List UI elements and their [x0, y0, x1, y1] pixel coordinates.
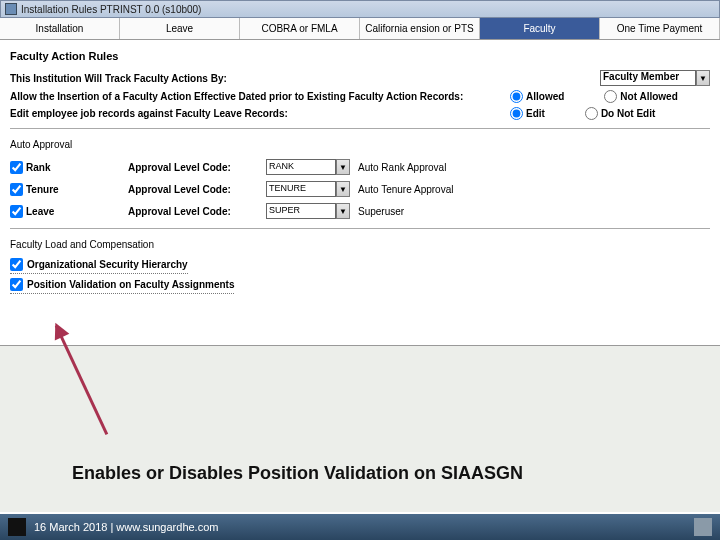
radio-edit-input[interactable] — [510, 107, 523, 120]
position-validation-label: Position Validation on Faculty Assignmen… — [27, 279, 234, 290]
divider — [10, 228, 710, 229]
approval-row-leave: Leave Approval Level Code: SUPER ▼ Super… — [10, 200, 710, 222]
tenure-code-input[interactable]: TENURE — [266, 181, 336, 197]
chevron-down-icon[interactable]: ▼ — [336, 181, 350, 197]
chevron-down-icon[interactable]: ▼ — [336, 159, 350, 175]
tenure-label: Tenure — [26, 184, 59, 195]
auto-approval-title: Auto Approval — [10, 135, 710, 156]
radio-edit-label: Edit — [526, 108, 545, 119]
rank-label: Rank — [26, 162, 50, 173]
chevron-down-icon[interactable]: ▼ — [336, 203, 350, 219]
rank-desc: Auto Rank Approval — [358, 162, 446, 173]
radio-allowed-input[interactable] — [510, 90, 523, 103]
approval-row-tenure: Tenure Approval Level Code: TENURE ▼ Aut… — [10, 178, 710, 200]
tenure-desc: Auto Tenure Approval — [358, 184, 453, 195]
position-validation-checkbox[interactable] — [10, 278, 23, 291]
edit-job-records-label: Edit employee job records against Facult… — [10, 108, 510, 119]
radio-edit[interactable]: Edit — [510, 107, 545, 120]
org-security-checkbox[interactable] — [10, 258, 23, 271]
leave-label: Leave — [26, 206, 54, 217]
radio-do-not-edit-input[interactable] — [585, 107, 598, 120]
radio-do-not-edit-label: Do Not Edit — [601, 108, 655, 119]
rank-code-input[interactable]: RANK — [266, 159, 336, 175]
approval-level-label-0: Approval Level Code: — [128, 162, 258, 173]
tab-cobra-fmla[interactable]: COBRA or FMLA — [240, 18, 360, 39]
org-security-label: Organizational Security Hierarchy — [27, 259, 188, 270]
tab-california-pts[interactable]: California ension or PTS — [360, 18, 480, 39]
leave-checkbox-wrap[interactable]: Leave — [10, 205, 120, 218]
tab-one-time-payment[interactable]: One Time Payment — [600, 18, 720, 39]
divider — [10, 128, 710, 129]
footer-logo-left — [8, 518, 26, 536]
flc-row-org-security: Organizational Security Hierarchy — [10, 256, 188, 274]
footer-bar: 16 March 2018 | www.sungardhe.com — [0, 514, 720, 540]
flc-row-position-validation: Position Validation on Faculty Assignmen… — [10, 276, 234, 294]
rank-checkbox-wrap[interactable]: Rank — [10, 161, 120, 174]
track-actions-select[interactable]: Faculty Member — [600, 70, 696, 86]
tab-strip: Installation Leave COBRA or FMLA Califor… — [0, 18, 720, 40]
chevron-down-icon[interactable]: ▼ — [696, 70, 710, 86]
app-icon — [5, 3, 17, 15]
allow-insertion-label: Allow the Insertion of a Faculty Action … — [10, 91, 510, 102]
radio-allowed-label: Allowed — [526, 91, 564, 102]
radio-not-allowed[interactable]: Not Allowed — [604, 90, 677, 103]
rank-checkbox[interactable] — [10, 161, 23, 174]
radio-allowed[interactable]: Allowed — [510, 90, 564, 103]
edit-job-records-row: Edit employee job records against Facult… — [10, 105, 710, 122]
callout-background — [0, 345, 720, 512]
flc-title: Faculty Load and Compensation — [10, 235, 710, 256]
leave-desc: Superuser — [358, 206, 404, 217]
footer-text: 16 March 2018 | www.sungardhe.com — [34, 521, 686, 533]
leave-checkbox[interactable] — [10, 205, 23, 218]
window-title: Installation Rules PTRINST 0.0 (s10b00) — [21, 4, 201, 15]
radio-not-allowed-input[interactable] — [604, 90, 617, 103]
leave-code-input[interactable]: SUPER — [266, 203, 336, 219]
tenure-checkbox-wrap[interactable]: Tenure — [10, 183, 120, 196]
callout-text: Enables or Disables Position Validation … — [72, 463, 523, 484]
approval-level-label-1: Approval Level Code: — [128, 184, 258, 195]
tab-installation[interactable]: Installation — [0, 18, 120, 39]
track-actions-row: This Institution Will Track Faculty Acti… — [10, 68, 710, 88]
title-bar: Installation Rules PTRINST 0.0 (s10b00) — [0, 0, 720, 18]
content-area: Faculty Action Rules This Institution Wi… — [0, 40, 720, 294]
footer-logo-right — [694, 518, 712, 536]
approval-level-label-2: Approval Level Code: — [128, 206, 258, 217]
track-actions-label: This Institution Will Track Faculty Acti… — [10, 73, 600, 84]
radio-not-allowed-label: Not Allowed — [620, 91, 677, 102]
arrow-head-icon — [48, 319, 69, 340]
tab-faculty[interactable]: Faculty — [480, 18, 600, 39]
approval-row-rank: Rank Approval Level Code: RANK ▼ Auto Ra… — [10, 156, 710, 178]
tenure-checkbox[interactable] — [10, 183, 23, 196]
tab-leave[interactable]: Leave — [120, 18, 240, 39]
radio-do-not-edit[interactable]: Do Not Edit — [585, 107, 655, 120]
faculty-action-rules-title: Faculty Action Rules — [10, 46, 710, 68]
allow-insertion-row: Allow the Insertion of a Faculty Action … — [10, 88, 710, 105]
